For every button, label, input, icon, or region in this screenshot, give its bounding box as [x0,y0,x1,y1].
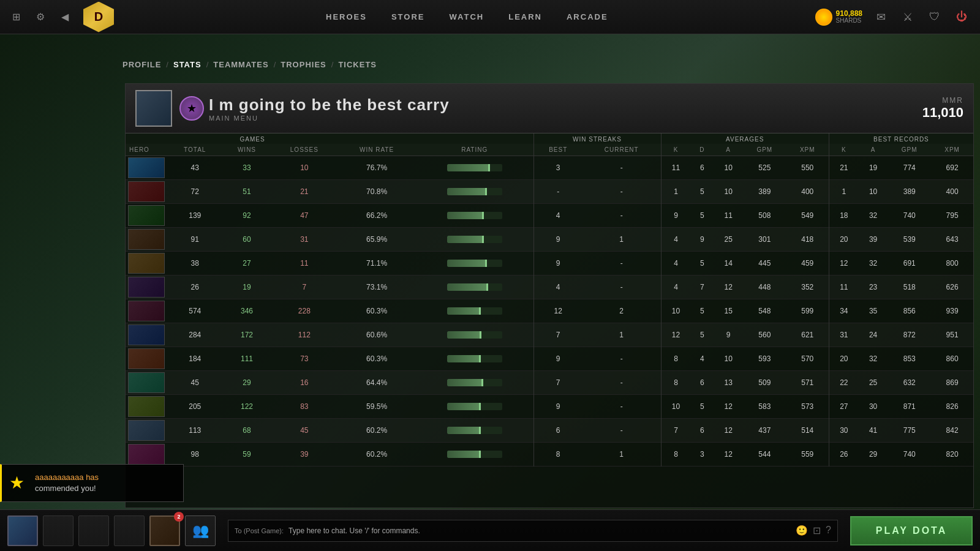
rating-bar-fill [447,212,483,219]
avg-a-cell: 10 [714,180,743,204]
shards-info: 910,888 SHARDS [836,10,862,24]
table-row[interactable]: 113 68 45 60.2% 6 - 7 6 12 437 514 30 41… [126,419,973,443]
avg-xpm-cell: 400 [786,180,829,204]
avg-a-cell: 10 [714,156,743,180]
rating-cell [416,347,533,371]
hero-image [128,205,165,226]
br-xpm-cell: 842 [931,419,973,443]
commend-text: ааааааааааа has commended you! [35,472,99,494]
table-row[interactable]: 139 92 47 66.2% 4 - 9 5 11 508 549 18 32… [126,204,973,228]
hero-image [128,301,165,321]
br-gpm-cell: 691 [888,252,931,276]
back-icon[interactable]: ◀ [54,6,76,28]
best-streak-cell: 3 [533,156,582,180]
rating-bar-bg [447,403,502,410]
nav-watch[interactable]: WATCH [449,10,484,24]
chat-icons: 🙂 ⊡ ? [796,525,831,536]
sword-icon[interactable]: ⚔ [899,9,916,26]
table-row[interactable]: 72 51 21 70.8% - - 1 5 10 389 400 1 10 3… [126,180,973,204]
hero-image [128,157,165,178]
avg-k-cell: 7 [661,419,690,443]
power-icon[interactable]: ⏻ [953,9,970,26]
table-row[interactable]: 91 60 31 65.9% 9 1 4 9 25 301 418 20 39 … [126,228,973,252]
table-row[interactable]: 38 27 11 71.1% 9 - 4 5 14 445 459 12 32 … [126,252,973,276]
br-xpm-cell: 626 [931,276,973,299]
profile-info: I m going to be the best carry MAIN MENU [209,96,450,122]
avg-xpm-cell: 459 [786,252,829,276]
rating-bar-fill [447,260,486,267]
hero-cell [126,395,167,419]
total-cell: 91 [167,228,223,252]
table-row[interactable]: 43 33 10 76.7% 3 - 11 6 10 525 550 21 19… [126,156,973,180]
total-cell: 38 [167,252,223,276]
profile-nav-tickets[interactable]: TICKETS [338,60,377,69]
settings-icon[interactable]: ⚙ [29,6,51,28]
profile-mmr: MMR 11,010 [922,96,963,121]
br-a-cell: 25 [859,371,888,395]
shield-icon[interactable]: 🛡 [926,9,943,26]
play-dota-button[interactable]: PLAY DOTA [850,516,973,545]
table-row[interactable]: 26 19 7 73.1% 4 - 4 7 12 448 352 11 23 5… [126,276,973,299]
table-row[interactable]: 45 29 16 64.4% 7 - 8 6 13 509 571 22 25 … [126,371,973,395]
rating-bar-marker [479,403,481,410]
table-row[interactable]: 184 111 73 60.3% 9 - 8 4 10 593 570 20 3… [126,347,973,371]
losses-cell: 73 [271,347,337,371]
avg-d-cell: 6 [690,419,714,443]
avg-k-cell: 4 [661,252,690,276]
hero-image [128,396,165,417]
chat-prefix: To (Post Game): [235,527,284,534]
th-wins: WINS [223,144,271,156]
winrate-cell: 60.3% [337,347,416,371]
br-gpm-cell: 872 [888,323,931,347]
dota-logo[interactable]: D [83,2,114,32]
mail-icon[interactable]: ✉ [872,9,889,26]
screen-icon[interactable]: ⊡ [813,525,821,536]
profile-header: ★ I m going to be the best carry MAIN ME… [126,84,973,133]
bottom-slot-3[interactable] [114,515,145,546]
losses-cell: 7 [271,276,337,299]
emoji-icon[interactable]: 🙂 [796,525,808,536]
profile-nav-profile[interactable]: PROFILE [123,60,161,69]
rating-bar-marker [488,164,490,171]
current-streak-cell: - [582,395,661,419]
nav-store[interactable]: STORE [391,10,425,24]
nav-heroes[interactable]: HEROES [326,10,367,24]
total-cell: 284 [167,323,223,347]
avg-k-cell: 1 [661,180,690,204]
nav-arcade[interactable]: ARCADE [567,10,608,24]
profile-nav-trophies[interactable]: TROPHIES [281,60,326,69]
rating-cell [416,323,533,347]
hero-image [128,372,165,393]
chat-bar[interactable]: To (Post Game): Type here to chat. Use '… [228,520,838,542]
avg-xpm-cell: 514 [786,419,829,443]
rating-bar-marker [485,188,487,195]
table-row[interactable]: 574 346 228 60.3% 12 2 10 5 15 548 599 3… [126,299,973,323]
avg-gpm-cell: 509 [743,371,786,395]
nav-learn[interactable]: LEARN [508,10,542,24]
avg-gpm-cell: 445 [743,252,786,276]
bottom-slot-1[interactable] [43,515,74,546]
table-row[interactable]: 98 59 39 60.2% 8 1 8 3 12 544 559 26 29 … [126,443,973,467]
shard-label: SHARDS [836,17,862,24]
stats-table-wrapper[interactable]: GAMES WIN STREAKS AVERAGES BEST RECORDS … [126,133,973,507]
hero-cell [126,371,167,395]
rating-bar-bg [447,212,502,219]
winrate-cell: 60.3% [337,299,416,323]
total-cell: 72 [167,180,223,204]
player-avatar-bottom[interactable] [7,515,38,546]
rating-bar-bg [447,283,502,291]
bottom-slot-2[interactable] [78,515,109,546]
help-icon[interactable]: ? [826,525,831,536]
avg-a-cell: 13 [714,371,743,395]
profile-nav-stats[interactable]: STATS [173,60,202,69]
table-row[interactable]: 205 122 83 59.5% 9 - 10 5 12 583 573 27 … [126,395,973,419]
profile-nav-teammates[interactable]: TEAMMATES [213,60,268,69]
br-a-cell: 23 [859,276,888,299]
th-rating[interactable]: RATING [416,144,533,156]
hero-cell [126,443,167,467]
avg-k-cell: 8 [661,443,690,467]
group-icon[interactable]: 👥 [185,515,216,546]
grid-icon[interactable]: ⊞ [5,6,27,28]
table-row[interactable]: 284 172 112 60.6% 7 1 12 5 9 560 621 31 … [126,323,973,347]
chat-input-placeholder[interactable]: Type here to chat. Use '/' for commands. [288,527,791,535]
